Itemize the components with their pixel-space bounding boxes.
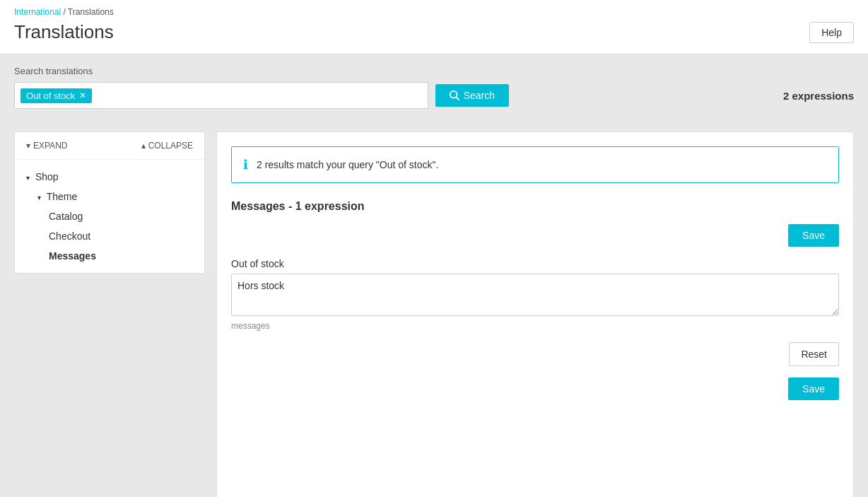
save-bottom-button[interactable]: Save [788, 378, 839, 400]
reset-button[interactable]: Reset [789, 342, 839, 366]
breadcrumb-current: Translations [68, 7, 114, 17]
tree-item-shop[interactable]: ▾ Shop [15, 167, 204, 187]
expand-chevron-icon: ▾ [26, 141, 30, 151]
top-save-row: Save [231, 224, 839, 247]
bottom-actions: Reset [231, 342, 839, 366]
chevron-down-icon: ▾ [26, 174, 30, 182]
search-input-area[interactable]: Out of stock ✕ [14, 82, 428, 109]
search-tag[interactable]: Out of stock ✕ [20, 88, 92, 103]
info-icon: ℹ [243, 157, 248, 173]
chevron-down-icon: ▾ [37, 194, 41, 201]
breadcrumb: International / Translations [14, 7, 854, 17]
info-banner: ℹ 2 results match your query "Out of sto… [231, 146, 839, 183]
search-button-label: Search [464, 90, 495, 101]
expand-button[interactable]: ▾ EXPAND [26, 141, 67, 151]
info-banner-message: 2 results match your query "Out of stock… [257, 159, 438, 170]
search-label: Search translations [14, 66, 854, 76]
tree-item-messages-label: Messages [49, 250, 96, 262]
search-tag-label: Out of stock [26, 90, 75, 101]
tree-item-messages[interactable]: Messages [15, 246, 204, 266]
search-button[interactable]: Search [435, 84, 509, 107]
bottom-save-row: Save [231, 378, 839, 400]
search-row: Out of stock ✕ Search 2 expressions [14, 82, 854, 109]
tree-item-catalog-label: Catalog [49, 211, 83, 222]
tree-item-shop-label: Shop [35, 171, 59, 182]
tree-item-checkout-label: Checkout [49, 230, 90, 242]
translation-textarea[interactable]: Hors stock [231, 274, 839, 316]
close-icon[interactable]: ✕ [79, 91, 86, 100]
sidebar-header: ▾ EXPAND ▴ COLLAPSE [15, 132, 204, 160]
search-section: Search translations Out of stock ✕ Searc… [0, 54, 868, 120]
search-icon [450, 90, 459, 100]
collapse-chevron-icon: ▴ [141, 141, 146, 151]
collapse-label: COLLAPSE [148, 141, 193, 151]
expressions-count: 2 expressions [783, 90, 854, 102]
content-panel: ℹ 2 results match your query "Out of sto… [216, 131, 854, 497]
section-title: Messages - 1 expression [231, 200, 839, 213]
expand-label: EXPAND [33, 141, 67, 151]
help-button[interactable]: Help [809, 22, 854, 43]
collapse-button[interactable]: ▴ COLLAPSE [141, 141, 193, 151]
search-input[interactable] [96, 90, 421, 101]
main-content: ▾ EXPAND ▴ COLLAPSE ▾ Shop ▾ Theme Catal… [0, 120, 868, 497]
top-bar: International / Translations Translation… [0, 0, 868, 54]
sidebar: ▾ EXPAND ▴ COLLAPSE ▾ Shop ▾ Theme Catal… [14, 131, 205, 274]
field-label: Out of stock [231, 258, 839, 269]
field-meta: messages [231, 321, 839, 331]
save-top-button[interactable]: Save [788, 224, 839, 247]
tree-list: ▾ Shop ▾ Theme Catalog Checkout Messages [15, 160, 204, 273]
tree-item-checkout[interactable]: Checkout [15, 226, 204, 246]
tree-item-theme-label: Theme [47, 191, 78, 202]
tree-item-theme[interactable]: ▾ Theme [15, 187, 204, 206]
page-title: Translations [14, 21, 114, 43]
header-row: Translations Help [14, 21, 854, 43]
tree-item-catalog[interactable]: Catalog [15, 206, 204, 226]
breadcrumb-parent[interactable]: International [14, 7, 61, 17]
